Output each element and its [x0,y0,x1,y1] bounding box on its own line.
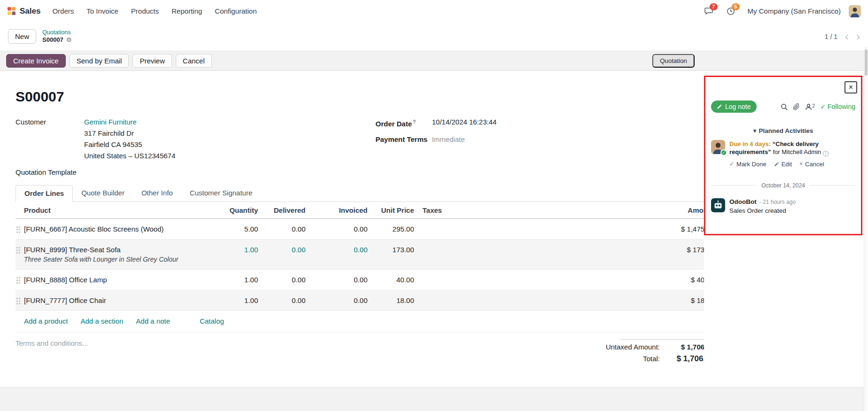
customer-link[interactable]: Gemini Furniture [84,117,137,127]
tab-order-lines[interactable]: Order Lines [16,185,73,202]
activities-button[interactable]: 5 [726,7,735,16]
check-icon: ✓ [729,160,734,168]
message-body: OdooBot - 21 hours ago Sales Order creat… [729,198,796,214]
order-date-value[interactable]: 10/14/2024 16:23:44 [432,117,497,129]
cell-unit-price[interactable]: 173.00 [368,240,414,260]
company-switcher[interactable]: My Company (San Francisco) [748,7,841,15]
menu-item-orders[interactable]: Orders [52,7,74,15]
tab-customer-signature[interactable]: Customer Signature [181,185,261,202]
breadcrumb-quotations-link[interactable]: Quotations [42,29,71,36]
cell-product[interactable]: [FURN_6667] Acoustic Bloc Screens (Wood) [23,219,206,239]
close-icon[interactable]: × [845,81,857,93]
payment-terms-label: Payment Terms [375,134,432,144]
cancel-activity-button[interactable]: × Cancel [799,160,824,168]
search-icon[interactable] [781,103,788,110]
add-section-link[interactable]: Add a section [80,317,123,325]
help-icon[interactable]: ? [413,119,416,124]
cell-unit-price[interactable]: 18.00 [368,290,414,310]
gear-icon[interactable]: ⚙ [66,36,72,44]
drag-handle-icon[interactable] [16,219,23,235]
messages-badge: 7 [710,3,718,10]
cell-amount: $ 173.00 [475,240,704,260]
app-name[interactable]: Sales [20,7,40,16]
breadcrumb: Quotations S00007 ⚙ [42,29,71,44]
cell-product[interactable]: [FURN_8888] Office Lamp [23,270,206,290]
order-info-block: Order Date? 10/14/2024 16:23:44 Payment … [375,117,497,162]
cell-quantity[interactable]: 1.00 [206,240,258,260]
pager: 1 / 1 ‹ › [825,32,860,41]
cell-product[interactable]: [FURN_8999] Three-Seat Sofa Three Seater… [23,240,206,269]
pager-prev-icon[interactable]: ‹ [845,32,849,41]
header-delivered: Delivered [258,202,305,218]
top-navbar: Sales Orders To Invoice Products Reporti… [0,0,868,22]
tab-other-info[interactable]: Other Info [133,185,181,202]
separator-line [711,185,757,186]
planned-activities-header[interactable]: ▾Planned Activities [711,127,855,134]
form-column: S00007 Customer Gemini Furniture 317 Fai… [0,71,704,387]
cell-taxes[interactable] [414,290,475,302]
messages-button[interactable]: 7 [704,7,713,16]
log-note-button[interactable]: Log note [711,101,757,113]
drag-handle-icon[interactable] [16,270,23,286]
cell-invoiced[interactable]: 0.00 [305,270,368,290]
new-button[interactable]: New [8,29,36,44]
scrollbar-thumb[interactable] [865,49,868,76]
add-note-link[interactable]: Add a note [136,317,170,325]
message-item: OdooBot - 21 hours ago Sales Order creat… [711,198,855,214]
menu-item-products[interactable]: Products [131,7,159,15]
cell-invoiced[interactable]: 0.00 [305,219,368,239]
cell-invoiced[interactable]: 0.00 [305,240,368,260]
mark-done-button[interactable]: ✓ Mark Done [729,160,766,168]
send-by-email-button[interactable]: Send by Email [70,54,129,68]
tab-quote-builder[interactable]: Quote Builder [73,185,133,202]
following-label: Following [828,103,855,110]
add-product-link[interactable]: Add a product [24,317,68,325]
cell-delivered[interactable]: 0.00 [258,290,305,310]
navbar-right: 7 5 My Company (San Francisco) [691,5,861,17]
cell-taxes[interactable] [414,270,475,282]
cell-taxes[interactable] [414,240,475,252]
preview-button[interactable]: Preview [133,54,172,68]
control-panel: New Quotations S00007 ⚙ 1 / 1 ‹ › [0,22,868,51]
drag-handle-icon[interactable] [16,290,23,306]
create-invoice-button[interactable]: Create Invoice [6,54,66,68]
menu-item-configuration[interactable]: Configuration [215,7,257,15]
info-icon[interactable]: i [823,151,829,156]
paperclip-icon[interactable] [793,103,800,110]
cell-delivered[interactable]: 0.00 [258,270,305,290]
scrollbar-track[interactable] [864,47,868,411]
terms-placeholder[interactable]: Terms and conditions... [16,339,88,367]
drag-handle-icon[interactable] [16,240,23,256]
cell-quantity[interactable]: 5.00 [206,219,258,239]
user-avatar[interactable] [849,5,861,17]
cancel-button[interactable]: Cancel [176,54,212,68]
cell-unit-price[interactable]: 40.00 [368,270,414,290]
cell-quantity[interactable]: 1.00 [206,270,258,290]
cancel-label: Cancel [805,160,824,168]
apps-grid-icon[interactable] [7,7,16,16]
cell-delivered[interactable]: 0.00 [258,219,305,239]
cell-product[interactable]: [FURN_7777] Office Chair [23,290,206,310]
followers-icon[interactable]: 2 [805,103,815,110]
planned-activities-label: Planned Activities [759,127,813,134]
cell-taxes[interactable] [414,219,475,231]
cell-delivered[interactable]: 0.00 [258,240,305,260]
cell-quantity[interactable]: 1.00 [206,290,258,310]
menu-item-reporting[interactable]: Reporting [172,7,202,15]
activity-actions: ✓ Mark Done Edit × Cancel [729,160,855,168]
catalog-link[interactable]: Catalog [200,317,224,325]
apps-home-button[interactable]: Sales [7,7,40,16]
pager-next-icon[interactable]: › [856,32,860,41]
form-header-fields: Customer Gemini Furniture 317 Fairchild … [16,117,704,162]
message-text: Sales Order created [729,207,796,214]
following-button[interactable]: ✓ Following [820,103,855,110]
cell-unit-price[interactable]: 295.00 [368,219,414,239]
payment-terms-value[interactable]: Immediate [432,134,465,144]
cell-invoiced[interactable]: 0.00 [305,290,368,310]
menu-item-to-invoice[interactable]: To Invoice [86,7,118,15]
action-bar: Create Invoice Send by Email Preview Can… [0,51,868,71]
activity-due: Due in 4 days: [729,140,771,147]
edit-activity-button[interactable]: Edit [774,160,792,168]
total-label: Total: [643,355,660,363]
stage-quotation-badge[interactable]: Quotation [652,54,695,68]
